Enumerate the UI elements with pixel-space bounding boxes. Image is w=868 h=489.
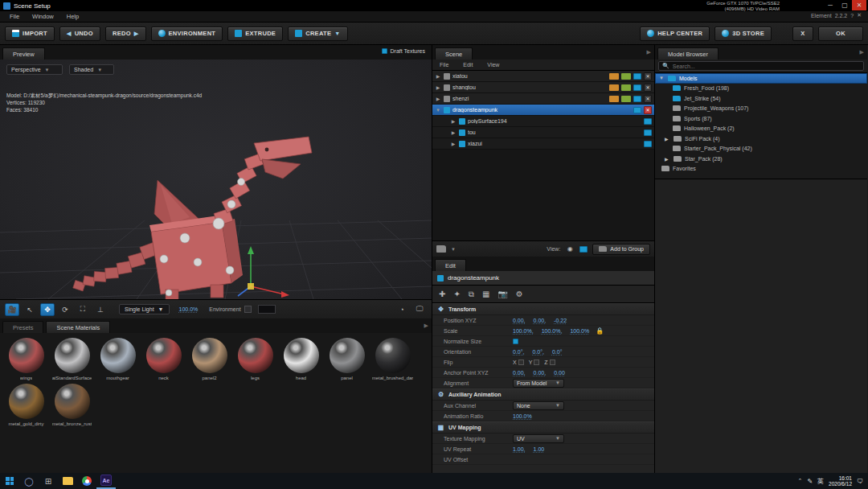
duplicate-icon[interactable]: ⧉ [469,290,474,299]
visibility-icon[interactable] [644,118,652,125]
cortana-icon[interactable]: ◯ [19,473,39,489]
material-item[interactable]: neck [141,338,186,380]
start-button[interactable] [0,473,19,489]
aux-channel-dropdown[interactable]: None▼ [513,401,564,410]
scene-tree-child-row[interactable]: ▶ tou [432,127,654,138]
expand-icon[interactable]: ▶ [665,136,670,142]
model-browser-item[interactable]: Sports (87) [655,113,867,124]
tab-presets[interactable]: Presets [2,321,43,333]
fullscreen-button[interactable]: 🖵 [412,303,427,316]
ok-button[interactable]: OK [818,27,863,41]
section-uv-mapping[interactable]: ▦ UV Mapping [432,421,654,434]
position-z-value[interactable]: -0.22 [554,318,567,323]
material-item[interactable]: aiStandardSurface [49,338,95,380]
move-tool-button[interactable]: ✥ [40,303,55,316]
redo-button[interactable]: REDO ▶ [105,27,146,41]
file-explorer-icon[interactable] [58,473,77,489]
material-item[interactable]: wings [3,338,49,380]
uv-repeat-x-value[interactable]: 1.00, [513,446,526,452]
cancel-button[interactable]: X [792,27,813,41]
scene-tree-row[interactable]: ▶ xiatou ✕ [432,71,654,82]
viewport-3d[interactable]: Perspective▼ Shaded▼ Model: D:/素材5/a梦幻/m… [0,60,432,299]
model-browser-item[interactable]: Projectile_Weapons (107) [655,104,867,114]
after-effects-icon[interactable]: Ae [96,473,116,489]
material-item[interactable]: panel2 [186,338,232,380]
close-small-icon[interactable]: ✕ [857,12,862,18]
undo-button[interactable]: ◀ UNDO [59,27,100,41]
material-item[interactable]: panel [324,338,370,380]
orientation-z-value[interactable]: 0.0° [552,349,563,355]
scene-menu-view[interactable]: View [480,62,506,68]
store-button[interactable]: 3D STORE [714,27,772,41]
delete-button[interactable]: ✕ [644,72,652,80]
expand-icon[interactable]: ▶ [435,96,441,101]
scene-tree-child-row[interactable]: ▶ polySurface194 [432,116,654,127]
environment-toggle[interactable] [244,306,252,313]
tab-preview[interactable]: Preview [2,47,45,60]
magic-icon[interactable]: ✦ [453,290,460,298]
tab-model-browser[interactable]: Model Browser [657,47,719,60]
draft-textures-checkbox[interactable] [382,48,387,54]
scale-lock-icon[interactable]: 🔒 [596,327,604,335]
texture-mapping-dropdown[interactable]: UV▼ [513,434,564,443]
visibility-icon[interactable] [633,107,641,113]
model-browser-item[interactable]: Starter_Pack_Physical (42) [655,144,867,154]
help-icon[interactable]: ? [850,13,854,18]
tab-scene[interactable]: Scene [435,47,473,60]
minimize-button[interactable]: ─ [823,0,837,10]
camera-icon[interactable]: 📷 [497,290,507,298]
material-item[interactable]: mouthgear [95,338,141,380]
collapse-icon[interactable]: ▼ [659,76,665,80]
frame-tool-button[interactable]: ⛶ [76,303,90,316]
model-browser-item[interactable]: ▶ Star_Pack (28) [655,154,867,164]
sphere-preview-button[interactable]: ◔ [395,303,409,316]
visibility-icon[interactable] [644,141,652,147]
task-view-icon[interactable]: ⊞ [39,473,58,489]
scene-tree-row[interactable]: ▶ shangtou ✕ [432,82,654,93]
scene-tree-row[interactable]: ▶ shenzi ✕ [432,93,654,105]
environment-swatch[interactable] [258,305,276,314]
scale-x-value[interactable]: 100.0%, [513,328,534,334]
flip-z-checkbox[interactable] [550,360,555,365]
panel-expand-icon[interactable]: ▶ [647,49,651,55]
tab-edit[interactable]: Edit [435,259,466,271]
anchor-x-value[interactable]: 0.00, [513,370,526,376]
scene-menu-edit[interactable]: Edit [456,62,480,68]
material-item[interactable]: metal_gold_dirty [3,384,49,426]
visibility-icon[interactable] [633,84,641,91]
scene-tree-row-selected[interactable]: ▼ dragonsteampunk ✕ [432,105,654,116]
orientation-y-value[interactable]: 0.0°, [532,349,543,355]
settings-gear-icon[interactable]: ⚙ [516,290,523,298]
camera-tool-button[interactable]: 🎥 [5,303,19,316]
material-item[interactable]: metal_bronze_rust [49,384,95,426]
close-button[interactable]: ✕ [852,0,866,10]
light-mode-dropdown[interactable]: Single Light▼ [119,304,170,314]
flip-x-checkbox[interactable] [518,360,524,365]
visibility-icon[interactable] [633,73,641,80]
collapse-icon[interactable]: ▼ [435,108,441,113]
system-clock[interactable]: 16:01 2020/6/12 [829,475,852,487]
rotate-tool-button[interactable]: ⟳ [58,303,72,316]
panel-expand-icon[interactable]: ▶ [860,49,864,55]
import-button[interactable]: IMPORT [5,27,55,41]
visibility-icon[interactable] [644,129,652,136]
expand-icon[interactable]: ▶ [450,129,457,135]
add-to-group-button[interactable]: Add to Group [592,244,650,255]
delete-button[interactable]: ✕ [644,106,652,114]
model-browser-item[interactable]: Fresh_Food (198) [655,84,867,94]
material-item[interactable]: metal_brushed_dar [370,338,416,380]
model-browser-item[interactable]: Halloween_Pack (2) [655,124,867,134]
notification-center-icon[interactable]: 🗨 [857,478,863,485]
panel-expand-icon[interactable]: ▶ [424,323,428,329]
view-screen-icon[interactable] [579,246,588,253]
expand-icon[interactable]: ▶ [435,73,441,79]
section-transform[interactable]: ✥ Transform [432,303,654,315]
view-list-icon[interactable]: ◉ [565,244,575,254]
alignment-dropdown[interactable]: From Model▼ [513,379,564,388]
environment-button[interactable]: ENVIRONMENT [151,27,223,41]
position-x-value[interactable]: 0.00, [513,318,526,323]
add-icon[interactable]: ✚ [439,290,445,298]
scale-y-value[interactable]: 100.0%, [542,328,563,334]
folder-icon[interactable] [436,245,446,253]
ime-indicator[interactable]: 英 [817,477,824,486]
